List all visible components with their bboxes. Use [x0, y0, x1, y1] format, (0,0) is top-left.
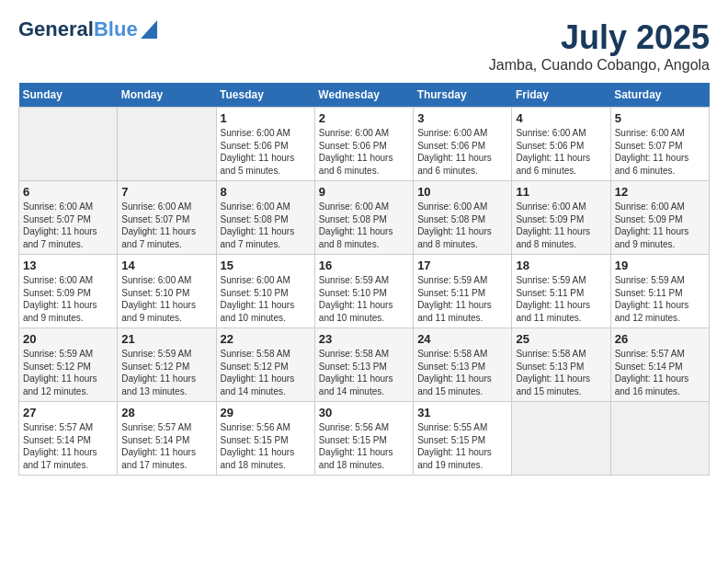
day-detail: Sunrise: 5:59 AM Sunset: 5:10 PM Dayligh…: [319, 274, 409, 324]
day-detail: Sunrise: 6:00 AM Sunset: 5:06 PM Dayligh…: [417, 127, 507, 177]
day-number: 20: [23, 332, 113, 346]
day-number: 7: [121, 185, 211, 199]
weekday-monday: Monday: [118, 83, 216, 108]
day-number: 17: [417, 259, 507, 272]
day-detail: Sunrise: 6:00 AM Sunset: 5:10 PM Dayligh…: [121, 274, 211, 324]
day-number: 2: [319, 111, 409, 125]
day-number: 16: [319, 259, 409, 272]
calendar-cell: 25Sunrise: 5:58 AM Sunset: 5:13 PM Dayli…: [512, 328, 610, 402]
day-number: 27: [23, 406, 113, 419]
weekday-header-row: SundayMondayTuesdayWednesdayThursdayFrid…: [19, 83, 710, 108]
day-detail: Sunrise: 5:58 AM Sunset: 5:12 PM Dayligh…: [221, 348, 311, 397]
calendar-cell: 8Sunrise: 6:00 AM Sunset: 5:08 PM Daylig…: [216, 181, 314, 255]
calendar-week-5: 27Sunrise: 5:57 AM Sunset: 5:14 PM Dayli…: [19, 402, 710, 476]
day-number: 15: [221, 259, 311, 272]
calendar-cell: 19Sunrise: 5:59 AM Sunset: 5:11 PM Dayli…: [610, 255, 709, 328]
day-detail: Sunrise: 6:00 AM Sunset: 5:08 PM Dayligh…: [319, 201, 409, 250]
day-detail: Sunrise: 6:00 AM Sunset: 5:06 PM Dayligh…: [221, 127, 311, 177]
day-number: 30: [319, 406, 409, 419]
day-detail: Sunrise: 5:58 AM Sunset: 5:13 PM Dayligh…: [319, 348, 409, 397]
calendar-cell: 6Sunrise: 6:00 AM Sunset: 5:07 PM Daylig…: [19, 181, 118, 255]
day-detail: Sunrise: 6:00 AM Sunset: 5:07 PM Dayligh…: [615, 127, 705, 177]
calendar-cell: 20Sunrise: 5:59 AM Sunset: 5:12 PM Dayli…: [19, 328, 118, 402]
calendar-cell: [610, 402, 709, 476]
day-number: 1: [221, 111, 311, 125]
day-detail: Sunrise: 5:56 AM Sunset: 5:15 PM Dayligh…: [221, 421, 311, 471]
day-detail: Sunrise: 5:55 AM Sunset: 5:15 PM Dayligh…: [417, 421, 507, 471]
day-number: 9: [319, 185, 409, 199]
weekday-thursday: Thursday: [414, 83, 512, 108]
day-detail: Sunrise: 5:59 AM Sunset: 5:11 PM Dayligh…: [417, 274, 507, 324]
month-year: July 2025: [489, 18, 710, 57]
calendar-cell: 31Sunrise: 5:55 AM Sunset: 5:15 PM Dayli…: [414, 402, 512, 476]
calendar-cell: 29Sunrise: 5:56 AM Sunset: 5:15 PM Dayli…: [216, 402, 314, 476]
calendar-week-2: 6Sunrise: 6:00 AM Sunset: 5:07 PM Daylig…: [19, 181, 710, 255]
day-number: 25: [516, 332, 606, 346]
day-number: 21: [121, 332, 211, 346]
day-number: 8: [221, 185, 311, 199]
day-number: 12: [615, 185, 705, 199]
calendar-cell: 7Sunrise: 6:00 AM Sunset: 5:07 PM Daylig…: [118, 181, 216, 255]
logo-text: GeneralBlue: [18, 18, 138, 40]
day-number: 22: [221, 332, 311, 346]
calendar-cell: 23Sunrise: 5:58 AM Sunset: 5:13 PM Dayli…: [314, 328, 413, 402]
day-detail: Sunrise: 6:00 AM Sunset: 5:09 PM Dayligh…: [615, 201, 705, 250]
calendar-cell: 16Sunrise: 5:59 AM Sunset: 5:10 PM Dayli…: [314, 255, 413, 328]
day-number: 18: [516, 259, 606, 272]
day-detail: Sunrise: 6:00 AM Sunset: 5:06 PM Dayligh…: [516, 127, 606, 177]
weekday-sunday: Sunday: [19, 83, 118, 108]
calendar-cell: 2Sunrise: 6:00 AM Sunset: 5:06 PM Daylig…: [314, 108, 413, 181]
day-detail: Sunrise: 5:59 AM Sunset: 5:11 PM Dayligh…: [615, 274, 705, 324]
calendar-cell: 9Sunrise: 6:00 AM Sunset: 5:08 PM Daylig…: [314, 181, 413, 255]
day-detail: Sunrise: 6:00 AM Sunset: 5:09 PM Dayligh…: [23, 274, 113, 324]
svg-marker-0: [141, 20, 157, 39]
day-detail: Sunrise: 6:00 AM Sunset: 5:07 PM Dayligh…: [23, 201, 113, 250]
calendar-cell: 12Sunrise: 6:00 AM Sunset: 5:09 PM Dayli…: [610, 181, 709, 255]
day-detail: Sunrise: 6:00 AM Sunset: 5:08 PM Dayligh…: [417, 201, 507, 250]
day-number: 19: [615, 259, 705, 272]
weekday-friday: Friday: [512, 83, 610, 108]
day-detail: Sunrise: 5:59 AM Sunset: 5:11 PM Dayligh…: [516, 274, 606, 324]
day-number: 4: [516, 111, 606, 125]
calendar-cell: [512, 402, 610, 476]
weekday-saturday: Saturday: [610, 83, 709, 108]
calendar-cell: 10Sunrise: 6:00 AM Sunset: 5:08 PM Dayli…: [414, 181, 512, 255]
day-detail: Sunrise: 5:56 AM Sunset: 5:15 PM Dayligh…: [319, 421, 409, 471]
day-detail: Sunrise: 6:00 AM Sunset: 5:08 PM Dayligh…: [221, 201, 311, 250]
day-number: 14: [121, 259, 211, 272]
calendar-week-4: 20Sunrise: 5:59 AM Sunset: 5:12 PM Dayli…: [19, 328, 710, 402]
day-detail: Sunrise: 6:00 AM Sunset: 5:06 PM Dayligh…: [319, 127, 409, 177]
page-header: GeneralBlue July 2025 Jamba, Cuando Coba…: [18, 18, 710, 74]
calendar-cell: [19, 108, 118, 181]
title-block: July 2025 Jamba, Cuando Cobango, Angola: [489, 18, 710, 74]
calendar-cell: 22Sunrise: 5:58 AM Sunset: 5:12 PM Dayli…: [216, 328, 314, 402]
day-number: 26: [615, 332, 705, 346]
day-number: 23: [319, 332, 409, 346]
location: Jamba, Cuando Cobango, Angola: [489, 57, 710, 74]
calendar-week-1: 1Sunrise: 6:00 AM Sunset: 5:06 PM Daylig…: [19, 108, 710, 181]
calendar-cell: 1Sunrise: 6:00 AM Sunset: 5:06 PM Daylig…: [216, 108, 314, 181]
day-detail: Sunrise: 5:59 AM Sunset: 5:12 PM Dayligh…: [121, 348, 211, 397]
day-number: 28: [121, 406, 211, 419]
day-detail: Sunrise: 6:00 AM Sunset: 5:10 PM Dayligh…: [221, 274, 311, 324]
calendar-cell: 27Sunrise: 5:57 AM Sunset: 5:14 PM Dayli…: [19, 402, 118, 476]
day-number: 31: [417, 406, 507, 419]
calendar-cell: 30Sunrise: 5:56 AM Sunset: 5:15 PM Dayli…: [314, 402, 413, 476]
calendar-table: SundayMondayTuesdayWednesdayThursdayFrid…: [18, 83, 710, 476]
calendar-cell: 3Sunrise: 6:00 AM Sunset: 5:06 PM Daylig…: [414, 108, 512, 181]
calendar-cell: 21Sunrise: 5:59 AM Sunset: 5:12 PM Dayli…: [118, 328, 216, 402]
day-number: 29: [221, 406, 311, 419]
calendar-cell: 17Sunrise: 5:59 AM Sunset: 5:11 PM Dayli…: [414, 255, 512, 328]
calendar-cell: 13Sunrise: 6:00 AM Sunset: 5:09 PM Dayli…: [19, 255, 118, 328]
calendar-cell: 11Sunrise: 6:00 AM Sunset: 5:09 PM Dayli…: [512, 181, 610, 255]
calendar-week-3: 13Sunrise: 6:00 AM Sunset: 5:09 PM Dayli…: [19, 255, 710, 328]
day-detail: Sunrise: 5:57 AM Sunset: 5:14 PM Dayligh…: [615, 348, 705, 397]
day-detail: Sunrise: 6:00 AM Sunset: 5:09 PM Dayligh…: [516, 201, 606, 250]
day-number: 10: [417, 185, 507, 199]
day-number: 11: [516, 185, 606, 199]
day-detail: Sunrise: 6:00 AM Sunset: 5:07 PM Dayligh…: [121, 201, 211, 250]
calendar-cell: [118, 108, 216, 181]
day-detail: Sunrise: 5:58 AM Sunset: 5:13 PM Dayligh…: [516, 348, 606, 397]
calendar-body: 1Sunrise: 6:00 AM Sunset: 5:06 PM Daylig…: [19, 108, 710, 476]
day-detail: Sunrise: 5:57 AM Sunset: 5:14 PM Dayligh…: [23, 421, 113, 471]
